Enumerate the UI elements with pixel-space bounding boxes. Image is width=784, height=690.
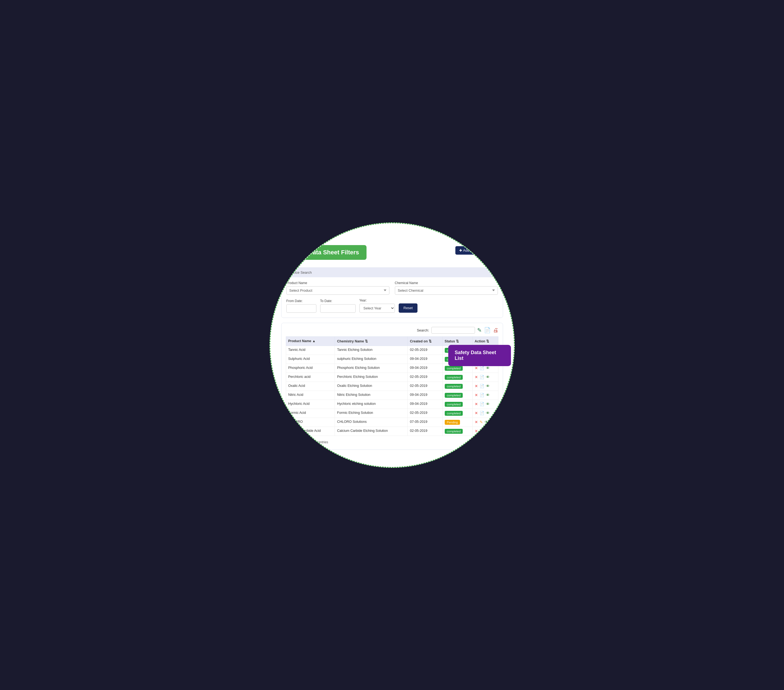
year-group: Year: Select Year 2019 2020 2021 2022 20… <box>359 299 395 313</box>
col-chemistry-name[interactable]: Chemistry Name ⇅ <box>335 337 408 346</box>
pagination-info: Showing 1 to 10 of 13 entries <box>286 440 328 444</box>
search-label: Search: <box>417 328 429 332</box>
cell-created: 09-04-2019 <box>408 355 442 364</box>
view-icon[interactable]: 👁 <box>486 384 490 388</box>
cell-created: 07-05-2019 <box>408 418 442 427</box>
delete-icon[interactable]: ✕ <box>475 420 478 424</box>
table-row: Perchloric acid Perchloric Etching Solut… <box>286 373 498 382</box>
chemical-name-label: Chemical Name <box>395 281 498 285</box>
product-name-select[interactable]: Select Product <box>287 286 389 295</box>
file-icon[interactable]: 📄 <box>479 384 484 388</box>
search-input[interactable] <box>432 327 475 334</box>
view-icon[interactable]: 👁 <box>486 366 490 370</box>
cell-status: completed <box>442 373 472 382</box>
year-select[interactable]: Select Year 2019 2020 2021 2022 2023 202… <box>359 304 395 313</box>
cell-chemistry: Perchloric Etching Solution <box>335 373 408 382</box>
filter-row-1: Product Name Select Product Chemical Nam… <box>287 281 498 295</box>
cell-status: Pending <box>442 418 472 427</box>
status-badge: completed <box>445 375 463 380</box>
cell-created: 09-04-2019 <box>408 391 442 399</box>
view-icon[interactable]: 👁 <box>486 411 490 415</box>
cell-product: Phosphoric Acid <box>286 364 335 373</box>
col-action[interactable]: Action ⇅ <box>472 337 498 346</box>
file-icon[interactable]: 📄 <box>479 429 484 433</box>
table-row: Hychloric Acid Hychloric etching solutio… <box>286 399 498 409</box>
status-badge: completed <box>445 393 463 398</box>
table-section: Safety Data Sheet List Search: ✎ 📄 🖨 Pro… <box>281 323 503 450</box>
chemical-name-select[interactable]: Select Chemical <box>395 286 498 295</box>
cell-action: ✕ 📄 👁 <box>472 382 498 391</box>
status-badge: Pending <box>445 420 460 425</box>
status-badge: completed <box>445 366 463 371</box>
col-product-name[interactable]: Product Name ▲ <box>286 337 335 346</box>
status-badge: completed <box>445 384 463 389</box>
file-icon[interactable]: 📄 <box>479 375 484 379</box>
delete-icon[interactable]: ✕ <box>475 393 478 397</box>
cell-action: ✕ 📄 👁 <box>472 399 498 409</box>
to-date-input[interactable] <box>320 304 356 313</box>
cell-product: Tannic Acid <box>286 346 335 355</box>
cell-chemistry: sulphuric Etching Solution <box>335 355 408 364</box>
col-created-on[interactable]: Created on ⇅ <box>408 337 442 346</box>
cell-chemistry: Tannic Etching Solution <box>335 346 408 355</box>
edit-icon[interactable]: ✎ <box>479 420 483 424</box>
print-icon[interactable]: 🖨 <box>493 327 498 333</box>
next-page-button[interactable]: → <box>494 440 498 444</box>
file-icon[interactable]: 📄 <box>479 402 484 406</box>
pagination: Showing 1 to 10 of 13 entries ← 1 2 → <box>286 439 498 446</box>
cell-product: Calcium Carbide Acid <box>286 427 335 436</box>
cell-chemistry: CHLORO Solutions <box>335 418 408 427</box>
advance-search-label: Advance Search <box>282 268 503 277</box>
reset-button[interactable]: Reset <box>399 304 418 313</box>
table-row: Nitric Acid Nitric Etching Solution 09-0… <box>286 391 498 399</box>
filters-panel: Advance Search Product Name Select Produ… <box>281 267 503 318</box>
cell-created: 09-04-2019 <box>408 364 442 373</box>
cell-chemistry: Phosphoric Etching Solution <box>335 364 408 373</box>
file-icon[interactable]: 📄 <box>479 366 484 370</box>
delete-icon[interactable]: ✕ <box>475 366 478 370</box>
filters-badge: Safety Data Sheet Filters <box>281 245 367 260</box>
col-status[interactable]: Status ⇅ <box>442 337 472 346</box>
delete-icon[interactable]: ✕ <box>475 429 478 433</box>
file-icon[interactable]: 📄 <box>479 393 484 397</box>
cell-action: ✕ 📄 👁 <box>472 427 498 436</box>
cell-chemistry: Hychloric etching solution <box>335 399 408 409</box>
cell-product: CHLORO <box>286 418 335 427</box>
cell-chemistry: Oxalic Etching Solution <box>335 382 408 391</box>
page-1-button[interactable]: 1 <box>478 439 485 446</box>
view-icon[interactable]: 👁 <box>486 375 490 379</box>
search-bar: Search: ✎ 📄 🖨 <box>286 327 498 334</box>
to-date-label: To Date: <box>320 299 356 303</box>
cell-created: 09-04-2019 <box>408 399 442 409</box>
view-icon[interactable]: 👁 <box>486 393 490 397</box>
table-row: Calcium Carbide Acid Calcium Carbide Etc… <box>286 427 498 436</box>
excel-icon[interactable]: ✎ <box>477 327 482 333</box>
table-row: Formic Acid Formic Etching Solution 02-0… <box>286 409 498 418</box>
filters-body: Product Name Select Product Chemical Nam… <box>282 281 503 295</box>
delete-icon[interactable]: ✕ <box>475 411 478 415</box>
prev-page-button[interactable]: ← <box>473 440 476 444</box>
cell-action: ✕ 📄 👁 <box>472 391 498 399</box>
add-safety-data-sheet-button[interactable]: ✚ Add Safety Data Sheet <box>455 246 503 255</box>
page-2-button[interactable]: 2 <box>486 439 493 446</box>
status-badge: completed <box>445 411 463 416</box>
filter-row-2: From Date: To Date: Year: Select Year 20… <box>282 299 503 313</box>
cell-action: ✕ 📄 👁 <box>472 409 498 418</box>
view-icon[interactable]: 👁 <box>486 402 490 406</box>
delete-icon[interactable]: ✕ <box>475 402 478 406</box>
delete-icon[interactable]: ✕ <box>475 384 478 388</box>
page-buttons: ← 1 2 → <box>473 439 498 446</box>
cell-created: 02-05-2019 <box>408 409 442 418</box>
from-date-input[interactable] <box>287 304 316 313</box>
cell-created: 02-05-2019 <box>408 427 442 436</box>
cell-chemistry: Formic Etching Solution <box>335 409 408 418</box>
pdf-icon[interactable]: 📄 <box>484 327 491 333</box>
view-icon[interactable]: 👁 <box>484 420 488 424</box>
cell-status: completed <box>442 399 472 409</box>
file-icon[interactable]: 📄 <box>479 411 484 415</box>
table-header: Product Name ▲ Chemistry Name ⇅ Created … <box>286 337 498 346</box>
product-name-label: Product Name <box>287 281 389 285</box>
table-row: Oxalic Acid Oxalic Etching Solution 02-0… <box>286 382 498 391</box>
view-icon[interactable]: 👁 <box>486 429 490 433</box>
delete-icon[interactable]: ✕ <box>475 375 478 379</box>
